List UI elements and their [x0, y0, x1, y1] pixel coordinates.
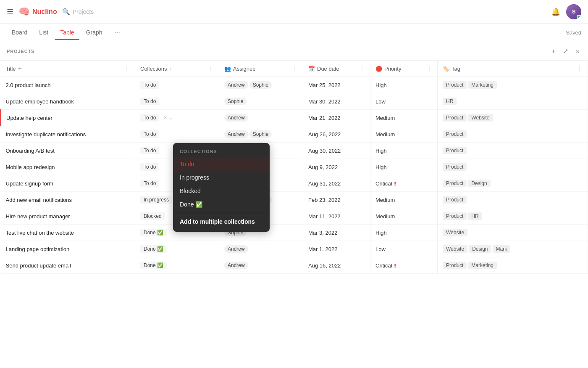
row-tags: ProductHR [438, 208, 588, 225]
row-due-date: Mar 30, 2022 [303, 93, 370, 110]
row-collection[interactable]: To do [135, 126, 219, 143]
assignee-badge[interactable]: Andrew [224, 114, 248, 122]
row-title[interactable]: Update employee handbook [1, 93, 135, 110]
col-collections-menu[interactable]: ⋮ [208, 65, 214, 72]
priority-icon: 🔴 [375, 66, 382, 72]
row-due-date: Aug 26, 2022 [303, 126, 370, 143]
col-title-menu[interactable]: ⋮ [124, 65, 130, 72]
tag-badge[interactable]: Product [443, 163, 467, 171]
row-tags: ProductMarketing [438, 77, 588, 93]
row-title[interactable]: Landing page optimization [1, 241, 135, 257]
row-tags: ProductWebsite [438, 110, 588, 126]
row-title[interactable]: 2.0 product launch [1, 77, 135, 93]
tag-badge[interactable]: Design [469, 245, 491, 253]
tag-badge[interactable]: Product [443, 180, 467, 187]
row-title[interactable]: Mobile app redesign [1, 159, 135, 175]
row-tags: ProductDesign [438, 175, 588, 192]
tag-badge[interactable]: Website [443, 245, 467, 253]
table-row: Update signup formTo doSophieAug 31, 202… [1, 175, 588, 192]
row-collection[interactable]: Done ✅ [135, 241, 219, 257]
assignee-badge[interactable]: Andrew [224, 262, 248, 269]
row-collection[interactable]: To do [135, 77, 219, 93]
dropdown-item-inprogress[interactable]: In progress [173, 171, 270, 184]
add-item-button[interactable]: + [550, 47, 557, 56]
row-priority: High [370, 159, 438, 175]
row-title[interactable]: Send product update email [1, 257, 135, 274]
row-collection[interactable]: To do×⌄ [135, 110, 219, 126]
dropdown-item-blocked[interactable]: Blocked [173, 184, 270, 198]
table-row: Onboarding A/B testTo doSophieAug 30, 20… [1, 143, 588, 159]
expand-button[interactable]: ⤢ [561, 46, 570, 56]
search-bar[interactable]: 🔍 Projects [62, 8, 94, 16]
col-tag: 🏷️ Tag ⋮ [438, 61, 588, 77]
col-collections-sort[interactable]: ↑ [169, 66, 172, 71]
col-title: Title + ⋮ [1, 61, 135, 77]
hamburger-icon[interactable]: ☰ [7, 7, 13, 16]
assignee-badge[interactable]: Andrew [224, 245, 248, 253]
tag-badge[interactable]: Product [443, 262, 467, 269]
tag-badge[interactable]: Marketing [468, 81, 497, 89]
row-title[interactable]: Hire new product manager [1, 208, 135, 225]
col-duedate-menu[interactable]: ⋮ [359, 65, 365, 72]
row-title[interactable]: Investigate duplicate notifications [1, 126, 135, 143]
row-due-date: Aug 31, 2022 [303, 175, 370, 192]
tag-badge[interactable]: Website [468, 114, 493, 122]
col-assignee-menu[interactable]: ⋮ [292, 65, 298, 72]
collection-chevron-icon[interactable]: ⌄ [168, 115, 173, 121]
col-priority: 🔴 Priority ⋮ [370, 61, 438, 77]
row-assignees: AndrewSophie [219, 77, 303, 93]
tab-graph[interactable]: Graph [81, 26, 108, 40]
collapse-button[interactable]: » [574, 47, 581, 56]
tag-badge[interactable]: Product [443, 196, 467, 204]
assignee-badge[interactable]: Sophie [249, 130, 272, 138]
row-collection[interactable]: To do [135, 93, 219, 110]
row-title[interactable]: Update help center [1, 110, 135, 126]
row-title[interactable]: Update signup form [1, 175, 135, 192]
tab-list[interactable]: List [34, 26, 53, 40]
tag-badge[interactable]: Mark [493, 245, 511, 253]
tag-badge[interactable]: HR [443, 98, 457, 105]
dropdown-item-add-multiple[interactable]: Add to multiple collections [173, 215, 270, 228]
assignee-badge[interactable]: Andrew [224, 130, 248, 138]
dropdown-divider [173, 213, 270, 213]
saved-label: Saved [566, 29, 581, 36]
tab-board[interactable]: Board [7, 26, 32, 40]
col-title-add[interactable]: + [18, 65, 22, 72]
row-tags: Website [438, 225, 588, 241]
collection-remove-icon[interactable]: × [164, 115, 167, 121]
tag-badge[interactable]: HR [468, 212, 482, 220]
assignee-badge[interactable]: Sophie [224, 98, 247, 105]
logo-text: Nuclino [32, 8, 57, 16]
col-tag-menu[interactable]: ⋮ [577, 65, 583, 72]
tag-badge[interactable]: Marketing [468, 262, 497, 269]
row-title[interactable]: Test live chat on the website [1, 225, 135, 241]
col-priority-menu[interactable]: ⋮ [426, 65, 432, 72]
assignee-badge[interactable]: Sophie [249, 81, 272, 89]
tag-badge[interactable]: Design [468, 180, 490, 187]
bell-icon[interactable]: 🔔 [551, 7, 560, 16]
dropdown-item-todo[interactable]: To do [173, 157, 270, 171]
tag-badge[interactable]: Product [443, 212, 467, 220]
col-assignee-label: Assignee [233, 66, 255, 72]
row-title[interactable]: Onboarding A/B test [1, 143, 135, 159]
tag-badge[interactable]: Product [443, 81, 467, 89]
assignee-badge[interactable]: Andrew [224, 81, 248, 89]
tag-badge[interactable]: Product [443, 114, 467, 122]
tab-table[interactable]: Table [55, 26, 79, 40]
col-assignee: 👥 Assignee ⋮ [219, 61, 303, 77]
tag-badge[interactable]: Product [443, 147, 467, 154]
more-options-button[interactable]: ⋯ [111, 28, 123, 38]
row-title[interactable]: Add new email notifications [1, 192, 135, 208]
row-priority: Medium [370, 208, 438, 225]
section-title: PROJECTS [7, 49, 550, 54]
row-due-date: Mar 25, 2022 [303, 77, 370, 93]
avatar[interactable]: S [566, 4, 581, 19]
table-row: Test live chat on the websiteDone ✅Sophi… [1, 225, 588, 241]
tag-badge[interactable]: Website [443, 229, 467, 236]
table-row: Add new email notificationsIn progressAn… [1, 192, 588, 208]
view-tabs: Board List Table Graph ⋯ Saved [0, 24, 588, 42]
row-collection[interactable]: Done ✅ [135, 257, 219, 274]
dropdown-item-done[interactable]: Done ✅ [173, 198, 270, 211]
row-assignees: AndrewSophie [219, 126, 303, 143]
tag-badge[interactable]: Product [443, 130, 467, 138]
